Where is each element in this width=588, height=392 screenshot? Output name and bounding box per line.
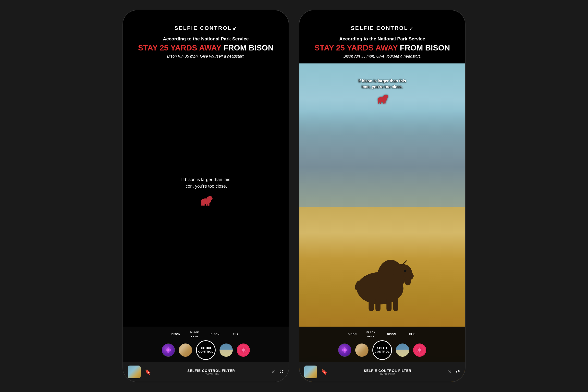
warning-red-2: STAY 25 YARDS AWAY — [314, 43, 398, 52]
svg-point-18 — [404, 277, 411, 286]
filter-strip-2: BISON BLACKBEAR BISON ELK — [300, 326, 465, 362]
filter-circle-horizon-2[interactable] — [396, 344, 409, 357]
too-close-overlay-2: If bison is larger than this icon, you'r… — [346, 78, 419, 90]
app-header-1: SELFIE CONTROL According to the National… — [138, 25, 274, 58]
thumbnail-2 — [304, 366, 317, 378]
filter-circle-horizon-1[interactable] — [220, 344, 233, 357]
filter-circle-purple-1[interactable] — [162, 344, 175, 357]
filter-circle-purple-2[interactable] — [338, 344, 351, 357]
filter-label-elk1: ELK — [233, 333, 239, 336]
filter-item-purple-1[interactable] — [162, 344, 175, 357]
svg-rect-22 — [375, 298, 380, 311]
filter-circles-row-1: SELFIECONTROL — [162, 340, 250, 360]
svg-rect-31 — [384, 101, 386, 104]
filter-name-area-2: SELFIE CONTROL FILTER By Arbor Hills — [332, 369, 444, 375]
warning-white-2: FROM BISON — [400, 43, 450, 52]
phone-1-content: SELFIE CONTROL According to the National… — [123, 10, 288, 326]
close-icon-2[interactable]: ✕ — [448, 369, 452, 375]
phone-2-screen: SELFIE CONTROL According to the National… — [300, 10, 465, 382]
svg-rect-6 — [208, 203, 210, 206]
phone-1-screen: SELFIE CONTROL According to the National… — [123, 10, 288, 382]
filter-sub-text-1: By Arbor Hills — [155, 373, 267, 375]
filter-circle-selfie-2[interactable]: SELFIECONTROL — [372, 340, 392, 360]
filter-circle-selfie-1[interactable]: SELFIECONTROL — [196, 340, 216, 360]
svg-rect-19 — [386, 298, 392, 311]
bookmark-icon-2[interactable]: 🔖 — [321, 369, 328, 375]
filter-name-area-1: SELFIE CONTROL FILTER By Arbor Hills — [155, 369, 267, 375]
filter-label-elk2: ELK — [410, 333, 415, 336]
svg-rect-30 — [383, 102, 384, 104]
filter-item-selfie-main-2[interactable]: SELFIECONTROL — [372, 340, 392, 360]
svg-rect-20 — [393, 299, 398, 311]
svg-point-27 — [384, 95, 388, 98]
svg-rect-21 — [369, 299, 374, 311]
filter-item-horizon-2[interactable] — [396, 344, 409, 357]
filter-circles-row-2: SELFIECONTROL — [338, 340, 426, 360]
filter-strip-1: BISON BLACKBEAR BISON ELK — [123, 326, 288, 362]
mountain-bg — [300, 111, 465, 223]
filter-circle-sand-2[interactable] — [355, 344, 368, 357]
svg-marker-13 — [241, 347, 246, 353]
filter-item-horizon-1[interactable] — [220, 344, 233, 357]
filter-item-purple-2[interactable] — [338, 344, 351, 357]
photo-area: If bison is larger than this icon, you'r… — [300, 64, 465, 382]
warning-red-1: STAY 25 YARDS AWAY — [138, 43, 221, 52]
filter-circle-pink-2[interactable] — [413, 344, 426, 357]
bison-overlay-icon-2 — [346, 93, 419, 105]
tagline-1: Bison run 35 mph. Give yourself a headst… — [138, 54, 274, 58]
filter-label-bison1: BISON — [172, 333, 180, 336]
refresh-icon-2[interactable]: ↺ — [456, 369, 460, 375]
bookmark-icon-1[interactable]: 🔖 — [144, 369, 151, 375]
selfie-control-label-2: SELFIECONTROL — [374, 347, 390, 353]
svg-rect-29 — [380, 102, 381, 104]
filter-sub-text-2: By Arbor Hills — [332, 373, 444, 375]
filter-item-pink-2[interactable] — [413, 344, 426, 357]
svg-point-12 — [167, 349, 169, 351]
thumbnail-1 — [128, 366, 141, 378]
filter-label-bison3: BISON — [348, 333, 357, 336]
warning-white-1: FROM BISON — [224, 43, 274, 52]
filter-item-selfie-main-1[interactable]: SELFIECONTROL — [196, 340, 216, 360]
svg-rect-5 — [206, 203, 208, 206]
tagline-2: Bison run 35 mph. Give yourself a headst… — [309, 54, 455, 58]
svg-rect-3 — [202, 203, 202, 206]
filter-label-blackbear1: BLACKBEAR — [190, 331, 199, 338]
filter-label-blackbear2: BLACKBEAR — [366, 331, 376, 338]
app-logo-1: SELFIE CONTROL — [138, 25, 274, 31]
svg-rect-4 — [203, 203, 204, 206]
too-close-text-1: If bison is larger than this icon, you'r… — [181, 176, 230, 190]
bison-large-svg — [336, 248, 429, 312]
subtitle-1: According to the National Park Service — [138, 36, 274, 42]
bottom-bar-1: 🔖 SELFIE CONTROL FILTER By Arbor Hills ✕… — [123, 362, 288, 382]
bottom-bar-2: 🔖 SELFIE CONTROL FILTER By Arbor Hills ✕… — [300, 362, 465, 382]
svg-point-36 — [344, 349, 346, 351]
phone-1: SELFIE CONTROL According to the National… — [122, 10, 289, 382]
close-icon-1[interactable]: ✕ — [271, 369, 276, 375]
filter-circle-pink-1[interactable] — [237, 344, 250, 357]
filter-label-bison2: BISON — [211, 333, 220, 336]
filter-circle-sand-1[interactable] — [179, 344, 192, 357]
filter-name-text-1: SELFIE CONTROL FILTER — [155, 369, 267, 373]
bison-small-icon-1 — [198, 194, 214, 209]
phone-1-middle: If bison is larger than this icon, you'r… — [176, 58, 235, 326]
refresh-icon-1[interactable]: ↺ — [279, 369, 284, 375]
filter-name-text-2: SELFIE CONTROL FILTER — [332, 369, 444, 373]
subtitle-2: According to the National Park Service — [309, 36, 455, 42]
svg-rect-28 — [378, 101, 380, 104]
phone-2: SELFIE CONTROL According to the National… — [299, 10, 466, 382]
svg-point-24 — [404, 270, 406, 272]
overlay-text-2: If bison is larger than this icon, you'r… — [346, 78, 419, 105]
main-warning-2: STAY 25 YARDS AWAY FROM BISON — [309, 44, 455, 52]
filter-item-sand-2[interactable] — [355, 344, 368, 357]
filter-item-pink-1[interactable] — [237, 344, 250, 357]
app-logo-2: SELFIE CONTROL — [309, 25, 455, 31]
selfie-control-label-1: SELFIECONTROL — [198, 347, 213, 353]
filter-strip-2-container: BISON BLACKBEAR BISON ELK — [300, 326, 465, 382]
main-warning-1: STAY 25 YARDS AWAY FROM BISON — [138, 44, 274, 52]
svg-marker-37 — [417, 347, 422, 353]
filter-item-sand-1[interactable] — [179, 344, 192, 357]
filter-label-bison4: BISON — [387, 333, 396, 336]
